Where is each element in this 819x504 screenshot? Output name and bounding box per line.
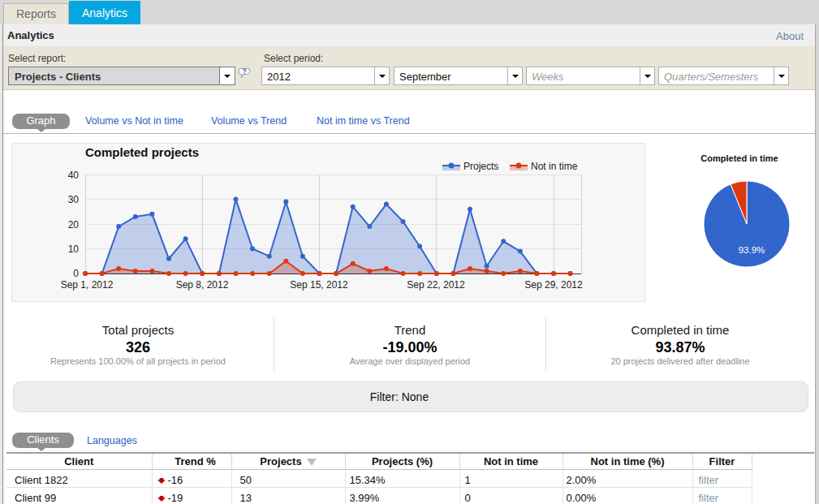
svg-text:Sep 29, 2012: Sep 29, 2012: [524, 279, 583, 291]
svg-text:Projects: Projects: [463, 161, 498, 172]
svg-text:20: 20: [68, 219, 80, 230]
svg-text:93.9%: 93.9%: [739, 245, 765, 255]
svg-text:Sep 1, 2012: Sep 1, 2012: [61, 279, 114, 291]
svg-text:Sep 15, 2012: Sep 15, 2012: [290, 279, 348, 291]
svg-text:40: 40: [68, 170, 80, 181]
svg-text:Sep 22, 2012: Sep 22, 2012: [407, 279, 465, 291]
svg-text:0: 0: [73, 268, 79, 279]
svg-text:Sep 8, 2012: Sep 8, 2012: [176, 279, 229, 291]
svg-text:Completed in time: Completed in time: [700, 153, 778, 163]
svg-text:Not in time: Not in time: [531, 161, 578, 172]
svg-text:?: ?: [243, 68, 247, 75]
svg-text:10: 10: [68, 243, 80, 255]
svg-text:30: 30: [68, 194, 80, 205]
svg-text:Completed projects: Completed projects: [85, 145, 199, 159]
